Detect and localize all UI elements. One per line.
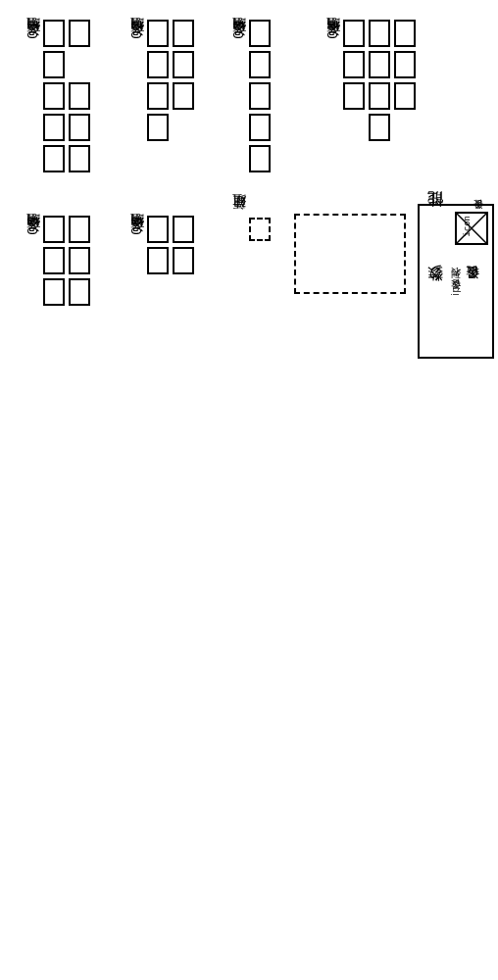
device-box [173,216,194,243]
device-box [173,51,194,78]
device-box [43,82,65,110]
device-box [147,114,169,141]
device-box [173,82,194,110]
device-box [369,51,390,78]
device-box [43,51,65,78]
device-box [69,20,90,47]
device-box [173,247,194,274]
device-box [369,114,390,141]
device-box-placeholder[interactable] [249,218,271,241]
device-box [69,145,90,172]
device-box [43,145,65,172]
device-box [394,82,416,110]
device-box [69,114,90,141]
device-box [43,20,65,47]
group-label-new: 新建组 [229,216,247,221]
device-box [43,114,65,141]
group-label-03: 设备编组03 [229,20,247,47]
device-box [249,114,271,141]
dashed-drop-area[interactable] [294,214,406,294]
legend-icon-line2: icon [462,216,472,237]
device-box [147,247,169,274]
device-box [69,216,90,243]
svg-line-3 [472,228,486,243]
device-box [394,51,416,78]
device-box [69,278,90,306]
device-box [249,82,271,110]
svg-line-1 [472,214,486,228]
legend-device-ip: 设备ip列表 [449,284,463,298]
device-box [69,82,90,110]
device-box [147,82,169,110]
device-box [147,216,169,243]
device-box [43,247,65,274]
device-box [249,51,271,78]
group-label-01: 设备编组01 [24,20,41,47]
device-box [369,82,390,110]
group-label-05: 设备编组05 [24,216,41,243]
group-label-02: 设备编组02 [127,20,145,47]
device-box [43,216,65,243]
device-icon: 设备 icon [455,212,488,245]
legend-card: 设备 icon 设备名 设备ip列表 性能 参数 [418,204,494,359]
device-box [43,278,65,306]
device-box [147,51,169,78]
device-box [369,20,390,47]
device-box [343,20,365,47]
device-box [343,51,365,78]
device-box [69,247,90,274]
device-box [343,82,365,110]
device-box [173,20,194,47]
device-box [249,20,271,47]
group-label-06: 设备编组06 [127,216,145,243]
device-box [147,20,169,47]
device-box [249,145,271,172]
device-box [394,20,416,47]
group-label-04: 设备编组04 [324,20,341,47]
